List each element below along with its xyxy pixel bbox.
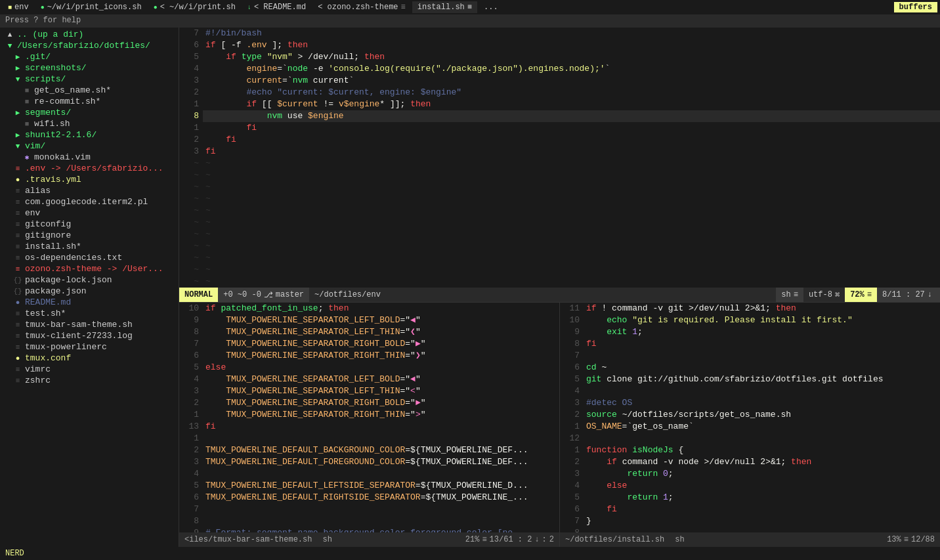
sidebar-item-ozono-link[interactable]: ≡ ozono.zsh-theme -> /User... (0, 263, 179, 274)
code-line: OS_NAME=`get_os_name` (584, 421, 940, 433)
sidebar-item-zshrc[interactable]: ≡ zshrc (0, 375, 179, 386)
main-area: ▲ .. (up a dir) ▼ /Users/sfabrizio/dotfi… (0, 28, 940, 547)
tab-env[interactable]: ■ env (3, 1, 34, 13)
tab-print[interactable]: ● < ~/w/i/print.sh (148, 1, 241, 13)
ln: 6 (179, 350, 199, 362)
buffers-button[interactable]: buffers (894, 2, 937, 12)
code-container-bl[interactable]: 10 9 8 7 6 5 4 3 2 1 13 1 2 3 4 (179, 303, 559, 532)
ln-tilde: ~ (179, 193, 199, 205)
bl-file: <iles/tmux-bar-sam-theme.sh (184, 535, 312, 544)
sidebar-label: ozono.zsh-theme -> /User... (25, 264, 163, 274)
editor-bottom: 10 9 8 7 6 5 4 3 2 1 13 1 2 3 4 (179, 302, 940, 547)
tab-install[interactable]: install.sh ■ (412, 1, 477, 13)
code-line (584, 527, 940, 532)
br-file: ~/dotfiles/install.sh (565, 535, 664, 544)
br-ft: sh (675, 535, 684, 544)
sidebar-item-wifi[interactable]: ■ wifi.sh (0, 118, 179, 129)
file-lines-icon: ≡ (13, 198, 22, 206)
code-line-tilde: ~ (203, 264, 940, 276)
sidebar-item-recommit[interactable]: ■ re-commit.sh* (0, 96, 179, 107)
sidebar-item-test[interactable]: ≡ test.sh* (0, 308, 179, 319)
sidebar-item-gitignore[interactable]: ≡ gitignore (0, 230, 179, 241)
sidebar-item-iterm[interactable]: ≡ com.googlecode.iterm2.pl (0, 196, 179, 207)
sidebar-item-tmux-conf[interactable]: ● tmux.conf (0, 353, 179, 364)
git-diff: +0 ~0 -0 (223, 290, 261, 299)
ln: 5 (560, 374, 580, 385)
bl-pos: 13/61 : 2 (490, 535, 532, 544)
ln: 2 (179, 397, 199, 409)
file-yellow-icon: ● (13, 355, 22, 362)
sidebar-item-gitconfig[interactable]: ≡ gitconfig (0, 219, 179, 230)
code-line: if [ -f .env ]; then (203, 39, 940, 51)
sidebar-item-git[interactable]: ▶ .git/ (0, 51, 179, 62)
dir-icon: ▶ (13, 53, 22, 61)
sidebar-item-screenshots[interactable]: ▶ screenshots/ (0, 62, 179, 74)
sidebar-item-parent[interactable]: ▲ .. (up a dir) (0, 29, 179, 40)
sidebar-item-package-lock[interactable]: {} package-lock.json (0, 274, 179, 286)
code-content-top[interactable]: #!/bin/bash if [ -f .env ]; then if type… (203, 28, 940, 288)
status-bar-br: ~/dotfiles/install.sh sh 13% ≡ 12/88 (560, 532, 940, 547)
sidebar-item-scripts[interactable]: ▼ scripts/ (0, 74, 179, 85)
branch-name: master (276, 290, 304, 299)
sidebar-item-shunit[interactable]: ▶ shunit2-2.1.6/ (0, 129, 179, 140)
ln: 2 (179, 87, 199, 98)
code-line-tilde: ~ (203, 193, 940, 205)
code-line: TMUX_POWERLINE_SEPARATOR_LEFT_BOLD="◄" (203, 374, 559, 385)
code-line: TMUX_POWERLINE_DEFAULT_BACKGROUND_COLOR=… (203, 444, 559, 456)
tab-print-icons[interactable]: ● ~/w/i/print_icons.sh (35, 1, 147, 13)
sidebar-item-package[interactable]: {} package.json (0, 286, 179, 297)
code-line: return 1; (584, 492, 940, 504)
code-content-bl[interactable]: if patched_font_in_use; then TMUX_POWERL… (203, 303, 559, 532)
code-line: else (584, 480, 940, 492)
sidebar-item-vimrc[interactable]: ≡ vimrc (0, 364, 179, 375)
cursor-pos: 8/11 : 27 ↓ (877, 288, 940, 302)
sidebar-item-alias[interactable]: ≡ alias (0, 185, 179, 196)
file-label: ~/dotfiles/env (314, 290, 381, 299)
code-line: source ~/dotfiles/scripts/get_os_name.sh (584, 409, 940, 421)
file-bracket-icon: {} (13, 288, 22, 295)
sidebar-item-tmux-power[interactable]: ≡ tmux-powerlinerc (0, 341, 179, 353)
git-status: +0 ~0 -0 ⎇ master (218, 288, 309, 302)
sidebar-item-env[interactable]: ≡ env (0, 207, 179, 219)
code-content-br[interactable]: if ! command -v git >/dev/null 2>&1; the… (584, 303, 940, 532)
sidebar-item-env-link[interactable]: ≡ .env -> /Users/sfabrizio... (0, 163, 179, 174)
file-special-icon: ✱ (22, 153, 32, 162)
sidebar-item-os-deps[interactable]: ≡ os-dependencies.txt (0, 252, 179, 263)
sidebar-item-tmux-bar[interactable]: ≡ tmux-bar-sam-theme.sh (0, 319, 179, 330)
ln: 10 (179, 303, 199, 314)
sidebar-item-travis[interactable]: ● .travis.yml (0, 174, 179, 185)
apple-icon: ⌘ (835, 290, 840, 300)
tab-readme[interactable]: ↓ < README.md (242, 1, 311, 13)
sidebar-item-tmux-client[interactable]: ≡ tmux-client-27233.log (0, 330, 179, 341)
code-container-br[interactable]: 11 10 9 8 7 6 5 4 3 2 1 12 1 2 3 (560, 303, 940, 532)
sidebar-label: segments/ (25, 108, 71, 118)
tab-ozono[interactable]: < ozono.zsh-theme ≡ (312, 1, 411, 13)
code-line-current: nvm use $engine (203, 110, 940, 122)
sidebar-item-segments[interactable]: ▶ segments/ (0, 107, 179, 118)
tab-more[interactable]: ... (479, 1, 503, 13)
ln: 8 (560, 338, 580, 350)
sidebar-item-monokai[interactable]: ✱ monokai.vim (0, 152, 179, 163)
sidebar-item-vim[interactable]: ▼ vim/ (0, 140, 179, 152)
code-line: #detec OS (584, 397, 940, 409)
ft-icon: ≡ (794, 290, 798, 299)
ln-tilde: ~ (179, 228, 199, 240)
code-container-top[interactable]: 7 6 5 4 3 2 1 8 1 2 3 ~ ~ ~ ~ ~ ~ (179, 28, 940, 288)
code-line: TMUX_POWERLINE_SEPARATOR_RIGHT_BOLD="►" (203, 397, 559, 409)
sidebar-item-get-os[interactable]: ■ get_os_name.sh* (0, 85, 179, 96)
ln-tilde: ~ (179, 169, 199, 181)
br-pos: 12/88 (911, 535, 935, 544)
ln-tilde: ~ (179, 276, 199, 288)
ln: 4 (560, 385, 580, 397)
ln: 10 (560, 314, 580, 326)
ln: 2 (179, 134, 199, 146)
ln: 5 (179, 362, 199, 374)
ln: 4 (179, 374, 199, 385)
sidebar-item-readme[interactable]: ● README.md (0, 297, 179, 308)
br-pct: 13% (887, 535, 901, 544)
sidebar-label: zshrc (25, 376, 51, 385)
sidebar-item-install[interactable]: ≡ install.sh* (0, 241, 179, 252)
code-line: TMUX_POWERLINE_SEPARATOR_LEFT_BOLD="◀" (203, 314, 559, 326)
sidebar-item-dotfiles[interactable]: ▼ /Users/sfabrizio/dotfiles/ (0, 40, 179, 51)
code-line: cd ~ (584, 362, 940, 374)
